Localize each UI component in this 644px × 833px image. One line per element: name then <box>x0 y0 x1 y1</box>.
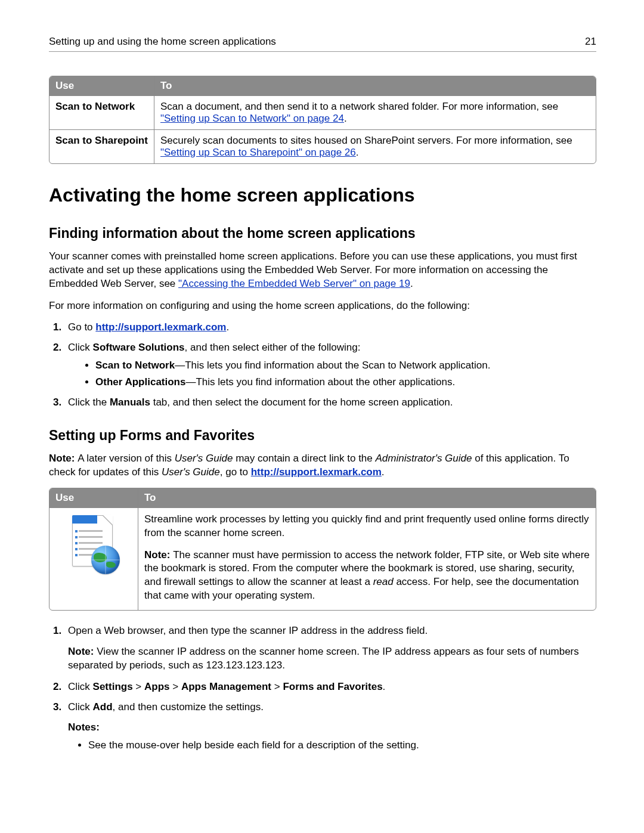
notes-bullets: See the mouse-over help beside each fiel… <box>68 739 596 751</box>
running-header: Setting up and using the home screen app… <box>49 36 596 52</box>
more-info-paragraph: For more information on configuring and … <box>49 299 596 313</box>
col-use: Use <box>49 488 138 507</box>
scan-sharepoint-link[interactable]: "Setting up Scan to Sharepoint" on page … <box>160 147 356 158</box>
row-to: Scan a document, and then send it to a n… <box>154 95 596 129</box>
finding-steps: Go to http://support.lexmark.com. Click … <box>49 321 596 408</box>
col-to: To <box>138 488 596 507</box>
col-to: To <box>154 76 596 95</box>
table-row: Scan to Sharepoint Securely scan documen… <box>49 129 596 163</box>
header-title: Setting up and using the home screen app… <box>49 36 276 48</box>
row-to: Securely scan documents to sites housed … <box>154 129 596 163</box>
row-use: Scan to Sharepoint <box>49 129 154 163</box>
bullet-other-apps: Other Applications—This lets you find in… <box>95 376 596 388</box>
note-version: Note: A later version of this User's Gui… <box>49 452 596 479</box>
scan-network-link[interactable]: "Setting up Scan to Network" on page 24 <box>160 113 344 124</box>
forms-desc: Streamline work processes by letting you… <box>138 507 596 611</box>
notes-label: Notes: <box>68 721 596 733</box>
step-1: Go to http://support.lexmark.com. <box>64 321 596 333</box>
section-finding-info: Finding information about the home scree… <box>49 225 596 241</box>
step-3: Click the Manuals tab, and then select t… <box>64 397 596 408</box>
setup-step-2: Click Settings > Apps > Apps Management … <box>64 681 596 693</box>
ews-link[interactable]: "Accessing the Embedded Web Server" on p… <box>178 278 410 289</box>
row-use: Scan to Network <box>49 95 154 129</box>
globe-icon <box>91 546 120 574</box>
section-forms-favorites: Setting up Forms and Favorites <box>49 428 596 444</box>
page-number: 21 <box>585 36 596 48</box>
setup-steps: Open a Web browser, and then type the sc… <box>49 625 596 751</box>
support-url[interactable]: http://support.lexmark.com <box>95 321 226 333</box>
step-2-bullets: Scan to Network—This lets you find infor… <box>68 360 596 388</box>
forms-table: Use To Stream <box>49 488 596 611</box>
bullet-scan-network: Scan to Network—This lets you find infor… <box>95 360 596 371</box>
setup-step-3: Click Add, and then customize the settin… <box>64 701 596 751</box>
setup-step-1: Open a Web browser, and then type the sc… <box>64 625 596 673</box>
page-title: Activating the home screen applications <box>49 184 596 206</box>
step-2: Click Software Solutions, and then selec… <box>64 342 596 388</box>
step-1-note: Note: View the scanner IP address on the… <box>68 645 596 673</box>
scan-apps-table: Use To Scan to Network Scan a document, … <box>49 76 596 164</box>
support-url-2[interactable]: http://support.lexmark.com <box>251 466 382 478</box>
table-row: Scan to Network Scan a document, and the… <box>49 95 596 129</box>
forms-favorites-icon <box>70 515 117 572</box>
intro-paragraph: Your scanner comes with preinstalled hom… <box>49 250 596 291</box>
notes-bullet-1: See the mouse-over help beside each fiel… <box>88 739 596 751</box>
col-use: Use <box>49 76 154 95</box>
forms-icon-cell <box>49 507 138 611</box>
